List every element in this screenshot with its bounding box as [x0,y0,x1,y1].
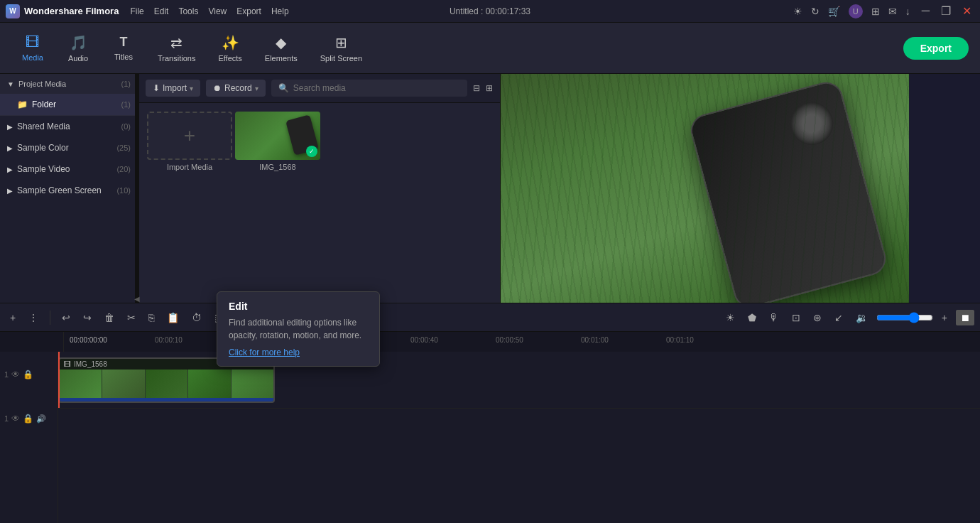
record-label: Record [224,83,252,93]
video-track-number: 1 [4,370,9,379]
img1568-label: IMG_1568 [259,163,295,171]
mail-icon[interactable]: ✉ [888,6,897,17]
audio-track-eye-icon[interactable]: 👁 [11,414,20,424]
sun-icon[interactable]: ☀ [793,6,802,17]
mask-button[interactable]: ⬟ [744,310,761,325]
window-icon[interactable]: ⊞ [871,6,880,17]
cut-button[interactable]: ✂ [123,310,140,325]
list-item[interactable]: + Import Media [147,112,232,171]
audio-track-lock-icon[interactable]: 🔒 [23,414,33,424]
ruler-mark-0: 00:00:00:00 [70,336,155,344]
maximize-button[interactable]: ❐ [938,4,954,18]
close-button[interactable]: ✕ [959,4,974,18]
minimize-button[interactable]: ─ [919,4,932,18]
sample-video-count: (20) [116,165,131,173]
sample-color-left: ▶ Sample Color [7,143,69,153]
toolbar-titles[interactable]: T Titles [102,31,145,65]
sample-color-chevron: ▶ [7,144,13,152]
menu-file[interactable]: File [130,6,143,16]
menu-export[interactable]: Export [236,6,261,16]
sample-greenscreen-row[interactable]: ▶ Sample Green Screen (10) [0,180,138,201]
sample-greenscreen-chevron: ▶ [7,187,13,195]
menu-bar: File Edit Tools View Export Help [130,6,288,16]
avatar-icon[interactable]: U [849,4,863,18]
filter-icon[interactable]: ⊟ [473,83,480,93]
audio-button[interactable]: 🎙 [765,310,783,325]
sample-video-left: ▶ Sample Video [7,164,70,174]
record-button[interactable]: ⏺ Record ▾ [206,80,266,97]
toolbar-elements[interactable]: ◆ Elements [255,30,307,67]
clip-frame [146,370,187,398]
download-icon[interactable]: ↓ [905,6,910,17]
sample-video-chevron: ▶ [7,166,13,173]
project-media-count: (1) [121,80,131,88]
export-button[interactable]: Export [903,37,969,60]
toolbar-media[interactable]: 🎞 Media [11,30,54,66]
folder-label: Folder [32,99,56,109]
toolbar-transitions[interactable]: ⇄ Transitions [148,30,205,67]
timeline: + ⋮ ↩ ↪ 🗑 ✂ ⎘ 📋 ⏱ ⬚ ◎ ◈ ≡ ⇔ ☀ ⬟ 🎙 ⊡ ⊛ ↙ … [0,303,980,523]
transitions-icon: ⇄ [170,34,183,51]
sample-video-row[interactable]: ▶ Sample Video (20) [0,158,138,180]
project-media-label: Project Media [18,80,66,88]
menu-help[interactable]: Help [271,6,289,16]
import-button[interactable]: ⬇ Import ▾ [146,80,200,97]
project-media-row[interactable]: ▼ Project Media (1) [0,74,138,94]
shared-media-row[interactable]: ▶ Shared Media (0) [0,116,138,137]
volume-down-button[interactable]: 🔉 [851,310,872,325]
refresh-icon[interactable]: ↻ [811,6,820,17]
folder-row[interactable]: 📁 Folder (1) [0,94,138,115]
grid-icon[interactable]: ⊞ [486,83,493,93]
audio-track-vol-icon[interactable]: 🔊 [36,414,46,424]
media-thumb: ✓ [235,112,320,160]
paste-button[interactable]: 📋 [163,310,183,325]
edit-tooltip: Edit Find additional editing options lik… [217,291,380,367]
shared-media-chevron: ▶ [7,123,13,131]
volume-slider[interactable] [876,312,933,323]
video-track-eye-icon[interactable]: 👁 [11,370,20,379]
delete-button[interactable]: 🗑 [100,310,119,325]
project-media-chevron: ▼ [7,80,14,88]
redo-button[interactable]: ↪ [79,310,96,325]
shared-media-left: ▶ Shared Media [7,122,70,131]
undo-button[interactable]: ↩ [58,310,75,325]
ruler-labels: 00:00:00:00 00:00:10 00:00:20 00:00:30 0… [70,336,751,344]
menu-tools[interactable]: Tools [178,6,198,16]
menu-edit[interactable]: Edit [154,6,169,16]
color-grade-button[interactable]: ☀ [722,310,739,325]
stop-motion-button[interactable]: ⏹ [956,310,974,325]
toolbar-splitscreen[interactable]: ⊞ Split Screen [310,30,372,67]
tooltip-link[interactable]: Click for more help [229,347,300,357]
project-media-section: ▼ Project Media (1) 📁 Folder (1) [0,74,138,116]
toolbar-effects[interactable]: ✨ Effects [208,30,251,67]
clip-frame [60,370,102,398]
menu-view[interactable]: View [208,6,227,16]
speed-ramp-button[interactable]: ↙ [830,310,847,325]
import-dropdown-arrow: ▾ [190,85,193,92]
speed-button[interactable]: ⏱ [187,310,206,325]
link-button[interactable]: ⋮ [24,310,43,325]
video-track-lock-icon[interactable]: 🔒 [23,370,33,379]
elements-icon: ◆ [276,34,286,51]
add-keyframe-button[interactable]: + [937,310,952,325]
timeline-tracks: 🎞 IMG_1568 [58,352,980,523]
copy-button[interactable]: ⎘ [144,310,158,325]
import-media-thumb: + [147,112,232,160]
search-icon: 🔍 [278,83,289,93]
clip-frame [188,370,230,398]
cart-icon[interactable]: 🛒 [828,6,840,17]
timeline-body: 1 👁 🔒 1 👁 🔒 🔊 🎞 [0,352,980,523]
ruler-mark-5: 00:00:50 [496,336,581,344]
sample-video-label: Sample Video [17,164,70,174]
tooltip-title: Edit [229,301,368,312]
detach-audio-button[interactable]: ⊡ [788,310,805,325]
add-media-button[interactable]: + [6,310,20,325]
folder-count: (1) [121,100,131,109]
effects-button[interactable]: ⊛ [809,310,826,325]
sample-color-row[interactable]: ▶ Sample Color (25) [0,137,138,158]
list-item[interactable]: ✓ IMG_1568 [235,112,320,171]
toolbar-audio[interactable]: 🎵 Audio [57,30,99,67]
sample-greenscreen-count: (10) [116,186,131,195]
splitscreen-icon: ⊞ [335,34,347,51]
search-input[interactable] [293,83,460,93]
